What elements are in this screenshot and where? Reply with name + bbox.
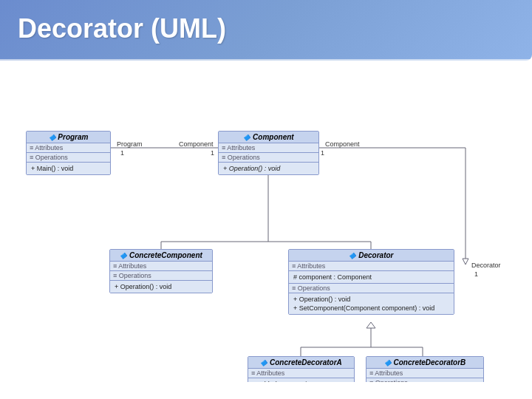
program-methods: + Main() : void: [27, 163, 110, 174]
uml-box-concretedecoratora: 🔷 ConcreteDecoratorA ≡ Attributes + adde…: [248, 356, 355, 382]
concretecomponent-operation: + Operation() : void: [113, 282, 209, 291]
diagram-area: 🔷 Program ≡ Attributes ≡ Operations + Ma…: [0, 61, 532, 382]
concretedecoratorb-operations: ≡ Operations: [366, 378, 483, 382]
decorator-icon: 🔷: [349, 253, 356, 259]
program-icon: 🔷: [49, 134, 56, 141]
component-label: Component: [253, 133, 294, 141]
label-one-3: 1: [321, 149, 324, 157]
component-icon: 🔷: [243, 134, 250, 141]
concretedecoratora-attr-items: + addedState : string: [248, 378, 354, 382]
decorator-operations: ≡ Operations: [289, 284, 454, 293]
label-one-1: 1: [120, 149, 124, 157]
concretecomponent-label: ConcreteComponent: [129, 251, 202, 259]
label-decorator: Decorator: [471, 262, 501, 269]
concretedecoratora-attributes: ≡ Attributes: [248, 369, 354, 378]
concretecomponent-operations: ≡ Operations: [110, 271, 212, 281]
component-methods: + Operation() : void: [219, 163, 318, 174]
program-label: Program: [58, 133, 88, 141]
label-one-4: 1: [474, 270, 478, 278]
component-operations: ≡ Operations: [219, 153, 318, 163]
uml-box-decorator: 🔷 Decorator ≡ Attributes # component : C…: [288, 249, 454, 315]
diagram-connections: [0, 61, 532, 382]
component-operation: + Operation() : void: [222, 164, 316, 173]
concretedecoratora-icon: 🔷: [260, 360, 267, 366]
decorator-component-field: # component : Component: [292, 273, 451, 282]
label-component-right: Component: [325, 140, 360, 148]
uml-box-concretecomponent: 🔷 ConcreteComponent ≡ Attributes ≡ Opera…: [109, 249, 213, 293]
concretecomponent-icon: 🔷: [120, 253, 127, 259]
svg-marker-4: [463, 259, 468, 265]
concretedecoratorb-icon: 🔷: [384, 360, 392, 366]
label-component-assoc: Component: [179, 140, 214, 148]
concretedecoratora-label: ConcreteDecoratorA: [270, 358, 342, 366]
decorator-operation: + Operation() : void: [292, 295, 451, 304]
uml-box-program: 🔷 Program ≡ Attributes ≡ Operations + Ma…: [26, 131, 111, 175]
header: Decorator (UML): [0, 0, 532, 61]
concretedecoratorb-label: ConcreteDecoratorB: [393, 358, 466, 366]
label-program: Program: [117, 140, 143, 148]
decorator-setcomponent: + SetComponent(Component component) : vo…: [292, 304, 451, 313]
concretedecoratora-addedstate: + addedState : string: [251, 380, 351, 382]
uml-box-concretedecoratorb: 🔷 ConcreteDecoratorB ≡ Attributes ≡ Oper…: [366, 356, 484, 382]
program-attributes: ≡ Attributes: [27, 143, 110, 153]
program-operations: ≡ Operations: [27, 153, 110, 163]
svg-marker-12: [366, 322, 375, 328]
concretecomponent-methods: + Operation() : void: [110, 281, 212, 293]
label-one-2: 1: [211, 149, 214, 157]
decorator-methods: + Operation() : void + SetComponent(Comp…: [289, 293, 454, 314]
decorator-label: Decorator: [358, 251, 393, 259]
decorator-attributes: ≡ Attributes: [289, 262, 454, 271]
component-attributes: ≡ Attributes: [219, 143, 318, 153]
page-title: Decorator (UML): [18, 13, 226, 44]
concretecomponent-attributes: ≡ Attributes: [110, 262, 212, 271]
program-main: + Main() : void: [30, 164, 107, 173]
concretedecoratorb-attributes: ≡ Attributes: [366, 369, 483, 378]
uml-box-component: 🔷 Component ≡ Attributes ≡ Operations + …: [218, 131, 319, 175]
decorator-component-attr: # component : Component: [289, 271, 454, 284]
